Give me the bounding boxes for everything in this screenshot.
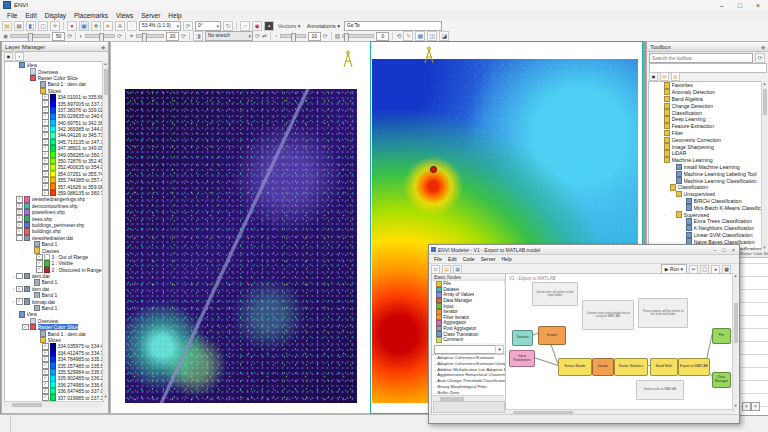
transparency-value[interactable]: 0 — [376, 32, 389, 41]
split-view-icon[interactable]: ◫ — [38, 21, 48, 31]
toolbox-row[interactable]: Install Machine Learning — [649, 164, 762, 171]
check-all-icon[interactable]: ✓ — [15, 52, 24, 61]
expand-toggle-icon[interactable]: - — [27, 88, 32, 93]
canvas-vscrollbar[interactable]: ▲ ▼ — [732, 273, 738, 409]
maximize-button[interactable]: □ — [722, 247, 725, 253]
minimize-button[interactable]: – — [713, 247, 716, 253]
layer-checkbox[interactable] — [16, 235, 23, 241]
toolbox-row[interactable]: - Classification — [649, 184, 762, 191]
model-node[interactable]: Export to MATLAB — [678, 358, 710, 376]
model-node[interactable]: Iterator — [538, 326, 566, 345]
zoom-in-icon[interactable]: ⊕ — [115, 21, 125, 31]
expand-toggle-icon[interactable]: - — [27, 337, 32, 342]
stretch-type-combo[interactable]: No stretch — [205, 31, 253, 41]
pan-icon[interactable]: ✥ — [91, 21, 101, 31]
toolbox-row[interactable]: Geometric Correction — [649, 136, 762, 143]
maximize-button[interactable]: □ — [738, 2, 742, 9]
task-search-input[interactable] — [434, 345, 498, 354]
contrast-reset-icon[interactable]: ⟳ — [117, 32, 122, 40]
envi-modeler-window[interactable]: ENVI Modeler - V1 - Export to MATLAB.mod… — [428, 244, 740, 424]
stretch-value[interactable]: 10 — [308, 32, 321, 41]
toolbox-row[interactable]: Favorites — [649, 82, 762, 89]
brush-icon[interactable]: ✎ — [403, 31, 413, 41]
lidar-map-image[interactable] — [125, 89, 357, 403]
map-view-left[interactable] — [110, 41, 371, 414]
layer-tree-vscrollbar[interactable]: ▲ ▼ — [102, 61, 108, 400]
toolbox-row[interactable]: Machine Learning Classification — [649, 177, 762, 184]
fly-icon[interactable]: ➤ — [103, 21, 113, 31]
stretch-swap-icon[interactable]: ⇄ — [262, 32, 267, 40]
layer-checkbox[interactable] — [16, 298, 23, 304]
brightness-slider[interactable] — [10, 34, 50, 38]
menu-item[interactable]: Views — [112, 12, 137, 19]
toolbox-row[interactable]: Extra Trees Classification — [649, 218, 762, 225]
toolbox-row[interactable]: Change Detection — [649, 102, 762, 109]
stretch-reset-icon[interactable]: ⟳ — [255, 32, 260, 40]
menu-item[interactable]: Display — [41, 12, 70, 19]
layer-row[interactable]: 337.019985 to 337.39 — [5, 394, 103, 400]
sharpen-value[interactable]: 20 — [166, 32, 179, 41]
toolbox-row[interactable]: Mini-Batch K-Means Classification — [649, 204, 762, 211]
model-node[interactable]: File — [712, 328, 731, 344]
stretch-slider[interactable] — [280, 34, 306, 38]
scroll-up-icon[interactable]: ▲ — [103, 61, 108, 67]
toolbox-search-input[interactable] — [649, 53, 753, 63]
menu-item[interactable]: Server — [137, 12, 164, 19]
toolbox-row[interactable]: Filter — [649, 130, 762, 137]
basic-node-item[interactable]: Comment — [432, 337, 504, 343]
model-node[interactable]: Iterate over all rasters in the input fo… — [532, 282, 578, 306]
menu-item[interactable]: Server — [478, 256, 499, 262]
tree-view-icon[interactable]: ▣ — [649, 72, 658, 81]
expand-folders-icon[interactable]: ▤ — [660, 72, 669, 81]
feature-counting-icon[interactable]: ◉ — [252, 21, 262, 31]
toolbox-row[interactable]: - Supervised — [649, 211, 762, 218]
toolbox-row[interactable]: Band Algebra — [649, 96, 762, 103]
scroll-down-icon[interactable]: ▼ — [103, 394, 108, 400]
menu-item[interactable]: Edit — [21, 12, 40, 19]
refresh-icon[interactable]: ⟲ — [396, 32, 401, 40]
model-canvas[interactable]: V1 - Export to MATLAB Dataset Input Para… — [505, 273, 734, 411]
sharpen-reset-icon[interactable]: ⟳ — [181, 32, 186, 40]
model-node[interactable]: Send results to MATLAB — [636, 380, 684, 400]
menu-item[interactable]: Help — [498, 256, 514, 262]
toolbox-row[interactable]: Machine Learning Labeling Tool — [649, 170, 762, 177]
model-node[interactable]: Convert each raster band into an array f… — [582, 300, 634, 330]
expand-toggle-icon[interactable]: - — [663, 192, 668, 197]
minimize-button[interactable]: – — [720, 2, 724, 9]
toolbox-row[interactable]: LiDAR — [649, 150, 762, 157]
layer-tree-hscrollbar[interactable] — [4, 401, 102, 407]
pin-icon[interactable]: ◆ — [761, 44, 765, 50]
collapse-folders-icon[interactable]: ▥ — [671, 72, 680, 81]
toolbox-vscrollbar[interactable]: ▲ ▼ — [761, 81, 767, 251]
expand-toggle-icon[interactable]: - — [17, 75, 22, 80]
menu-item[interactable]: Code — [460, 256, 478, 262]
stretch-icon[interactable]: ◨ — [193, 31, 203, 41]
cursor-value-icon[interactable]: ▱ — [240, 21, 250, 31]
toolbox-row[interactable]: K-Neighbors Classification — [649, 225, 762, 232]
search-refresh-icon[interactable]: ⟳ — [755, 53, 765, 63]
menu-item[interactable]: Help — [164, 12, 185, 19]
new-view-icon[interactable]: ◧ — [26, 21, 36, 31]
stretch-value-reset-icon[interactable]: ⟳ — [323, 32, 328, 40]
toolbox-row[interactable]: Image Sharpening — [649, 143, 762, 150]
model-node[interactable]: Data Manager — [712, 372, 731, 388]
vectors-menu[interactable]: Vectors ▾ — [276, 23, 303, 29]
layer-checkbox[interactable] — [16, 273, 23, 279]
rotate-icon[interactable]: ⟳ — [183, 21, 193, 31]
scroll-down-icon[interactable]: ▼ — [733, 403, 738, 409]
toolbox-row[interactable]: Feature Extraction — [649, 123, 762, 130]
close-button[interactable]: × — [756, 2, 760, 9]
model-node[interactable]: Iterator — [592, 358, 614, 376]
toolbox-row[interactable]: Classification — [649, 109, 762, 116]
crosshair-icon[interactable]: ✛ — [50, 21, 60, 31]
zoom-level-combo[interactable]: 53.4% (1:1.9) — [139, 21, 181, 31]
swipe-icon[interactable]: ◪ — [439, 31, 449, 41]
scroll-up-icon[interactable]: ▲ — [733, 273, 738, 279]
model-node[interactable]: Extract Bands — [558, 358, 592, 376]
layer-stack-icon[interactable]: ◫ — [427, 31, 437, 41]
magnifier-icon[interactable]: ◌ — [127, 21, 137, 31]
toolbox-row[interactable]: Anomaly Detection — [649, 89, 762, 96]
model-node[interactable]: Dataset — [512, 330, 533, 346]
expand-toggle-icon[interactable]: - — [6, 63, 11, 68]
layer-checkbox[interactable] — [16, 286, 23, 292]
